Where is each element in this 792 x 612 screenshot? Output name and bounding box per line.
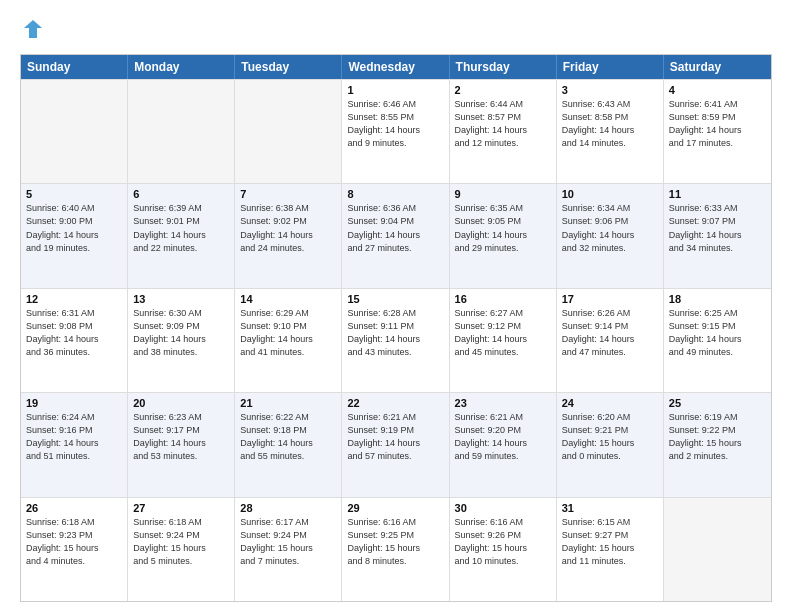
day-cell-27: 27Sunrise: 6:18 AMSunset: 9:24 PMDayligh… (128, 498, 235, 601)
cell-line: Sunset: 9:23 PM (26, 529, 122, 542)
cell-line: and 49 minutes. (669, 346, 766, 359)
cell-line: Daylight: 15 hours (26, 542, 122, 555)
cell-line: Daylight: 14 hours (240, 333, 336, 346)
cell-line: Daylight: 15 hours (562, 437, 658, 450)
day-cell-25: 25Sunrise: 6:19 AMSunset: 9:22 PMDayligh… (664, 393, 771, 496)
cell-line: and 11 minutes. (562, 555, 658, 568)
cell-line: Sunset: 9:19 PM (347, 424, 443, 437)
cell-line: Sunrise: 6:34 AM (562, 202, 658, 215)
day-number: 5 (26, 188, 122, 200)
cell-line: Daylight: 14 hours (240, 229, 336, 242)
cell-line: Sunset: 9:27 PM (562, 529, 658, 542)
cell-line: Sunrise: 6:44 AM (455, 98, 551, 111)
cell-line: Sunset: 9:22 PM (669, 424, 766, 437)
cell-line: Daylight: 15 hours (455, 542, 551, 555)
day-number: 19 (26, 397, 122, 409)
cell-line: Sunset: 9:17 PM (133, 424, 229, 437)
day-cell-10: 10Sunrise: 6:34 AMSunset: 9:06 PMDayligh… (557, 184, 664, 287)
day-cell-22: 22Sunrise: 6:21 AMSunset: 9:19 PMDayligh… (342, 393, 449, 496)
cell-line: and 55 minutes. (240, 450, 336, 463)
cell-line: Daylight: 14 hours (133, 437, 229, 450)
cell-line: and 5 minutes. (133, 555, 229, 568)
cell-line: Daylight: 14 hours (669, 229, 766, 242)
cell-line: and 4 minutes. (26, 555, 122, 568)
cell-line: Sunset: 9:07 PM (669, 215, 766, 228)
header-cell-tuesday: Tuesday (235, 55, 342, 79)
cell-line: Sunrise: 6:15 AM (562, 516, 658, 529)
cell-line: and 34 minutes. (669, 242, 766, 255)
cell-line: and 43 minutes. (347, 346, 443, 359)
cell-line: Sunset: 9:24 PM (240, 529, 336, 542)
cell-line: Sunrise: 6:35 AM (455, 202, 551, 215)
cell-line: Daylight: 15 hours (347, 542, 443, 555)
cell-line: Daylight: 14 hours (26, 229, 122, 242)
day-number: 7 (240, 188, 336, 200)
cell-line: Daylight: 14 hours (347, 437, 443, 450)
cell-line: Sunrise: 6:39 AM (133, 202, 229, 215)
cell-line: Daylight: 14 hours (562, 229, 658, 242)
cell-line: and 53 minutes. (133, 450, 229, 463)
day-number: 12 (26, 293, 122, 305)
cell-line: Sunrise: 6:20 AM (562, 411, 658, 424)
cell-line: Sunrise: 6:41 AM (669, 98, 766, 111)
day-cell-24: 24Sunrise: 6:20 AMSunset: 9:21 PMDayligh… (557, 393, 664, 496)
cell-line: Daylight: 14 hours (26, 333, 122, 346)
day-cell-20: 20Sunrise: 6:23 AMSunset: 9:17 PMDayligh… (128, 393, 235, 496)
day-cell-28: 28Sunrise: 6:17 AMSunset: 9:24 PMDayligh… (235, 498, 342, 601)
cell-line: Sunset: 9:26 PM (455, 529, 551, 542)
day-number: 24 (562, 397, 658, 409)
empty-cell-0-0 (21, 80, 128, 183)
cell-line: Daylight: 14 hours (455, 124, 551, 137)
calendar-row-2: 12Sunrise: 6:31 AMSunset: 9:08 PMDayligh… (21, 288, 771, 392)
header-cell-thursday: Thursday (450, 55, 557, 79)
day-cell-16: 16Sunrise: 6:27 AMSunset: 9:12 PMDayligh… (450, 289, 557, 392)
cell-line: Sunrise: 6:21 AM (347, 411, 443, 424)
cell-line: Sunrise: 6:28 AM (347, 307, 443, 320)
cell-line: Sunset: 9:12 PM (455, 320, 551, 333)
cell-line: Daylight: 15 hours (240, 542, 336, 555)
day-number: 26 (26, 502, 122, 514)
cell-line: and 2 minutes. (669, 450, 766, 463)
cell-line: and 22 minutes. (133, 242, 229, 255)
day-number: 6 (133, 188, 229, 200)
calendar-row-3: 19Sunrise: 6:24 AMSunset: 9:16 PMDayligh… (21, 392, 771, 496)
empty-cell-4-6 (664, 498, 771, 601)
cell-line: Daylight: 14 hours (347, 229, 443, 242)
cell-line: Sunrise: 6:24 AM (26, 411, 122, 424)
calendar-row-0: 1Sunrise: 6:46 AMSunset: 8:55 PMDaylight… (21, 79, 771, 183)
cell-line: Daylight: 14 hours (455, 333, 551, 346)
cell-line: Sunset: 9:00 PM (26, 215, 122, 228)
cell-line: Sunrise: 6:43 AM (562, 98, 658, 111)
day-cell-14: 14Sunrise: 6:29 AMSunset: 9:10 PMDayligh… (235, 289, 342, 392)
calendar: SundayMondayTuesdayWednesdayThursdayFrid… (20, 54, 772, 602)
cell-line: Sunset: 8:55 PM (347, 111, 443, 124)
day-number: 18 (669, 293, 766, 305)
header-cell-friday: Friday (557, 55, 664, 79)
cell-line: Sunset: 9:05 PM (455, 215, 551, 228)
cell-line: Sunrise: 6:25 AM (669, 307, 766, 320)
day-number: 17 (562, 293, 658, 305)
cell-line: and 17 minutes. (669, 137, 766, 150)
header-cell-monday: Monday (128, 55, 235, 79)
day-cell-30: 30Sunrise: 6:16 AMSunset: 9:26 PMDayligh… (450, 498, 557, 601)
calendar-body: 1Sunrise: 6:46 AMSunset: 8:55 PMDaylight… (21, 79, 771, 601)
header-cell-saturday: Saturday (664, 55, 771, 79)
cell-line: Sunrise: 6:16 AM (455, 516, 551, 529)
day-cell-29: 29Sunrise: 6:16 AMSunset: 9:25 PMDayligh… (342, 498, 449, 601)
cell-line: Daylight: 14 hours (133, 333, 229, 346)
cell-line: Daylight: 14 hours (669, 333, 766, 346)
day-cell-5: 5Sunrise: 6:40 AMSunset: 9:00 PMDaylight… (21, 184, 128, 287)
cell-line: Daylight: 15 hours (133, 542, 229, 555)
day-number: 13 (133, 293, 229, 305)
cell-line: and 24 minutes. (240, 242, 336, 255)
cell-line: Daylight: 14 hours (133, 229, 229, 242)
cell-line: and 41 minutes. (240, 346, 336, 359)
calendar-row-4: 26Sunrise: 6:18 AMSunset: 9:23 PMDayligh… (21, 497, 771, 601)
calendar-header: SundayMondayTuesdayWednesdayThursdayFrid… (21, 55, 771, 79)
cell-line: Sunset: 9:21 PM (562, 424, 658, 437)
day-cell-11: 11Sunrise: 6:33 AMSunset: 9:07 PMDayligh… (664, 184, 771, 287)
day-number: 10 (562, 188, 658, 200)
header-cell-wednesday: Wednesday (342, 55, 449, 79)
cell-line: Sunset: 8:57 PM (455, 111, 551, 124)
day-cell-7: 7Sunrise: 6:38 AMSunset: 9:02 PMDaylight… (235, 184, 342, 287)
